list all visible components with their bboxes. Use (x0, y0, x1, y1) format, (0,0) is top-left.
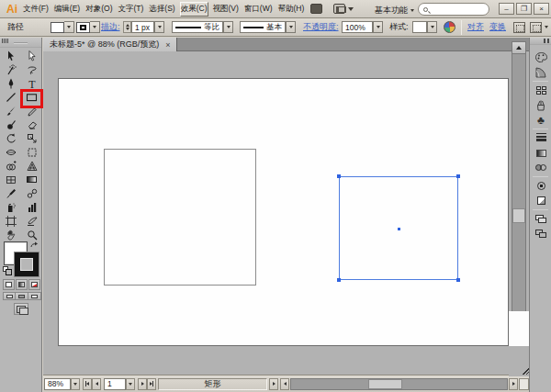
recolor-artwork-icon[interactable] (444, 21, 455, 33)
stroke-color-control[interactable] (76, 21, 100, 33)
workspace-switcher[interactable]: 基本功能 (375, 5, 414, 17)
gradient-panel-icon[interactable] (530, 146, 551, 160)
document-setup-control[interactable] (530, 21, 548, 33)
rotate-tool[interactable] (0, 131, 21, 145)
layers-panel-icon[interactable] (530, 212, 551, 226)
symbol-sprayer-tool[interactable] (0, 200, 21, 214)
vertical-scrollbar-thumb[interactable] (512, 208, 525, 223)
hand-tool[interactable] (0, 228, 21, 241)
column-graph-tool[interactable] (21, 200, 42, 214)
menu-help[interactable]: 帮助(H) (277, 2, 306, 17)
menu-view[interactable]: 视图(V) (212, 2, 240, 17)
selection-anchor[interactable] (456, 174, 460, 178)
symbols-panel-icon[interactable]: ♣ (530, 113, 551, 127)
scroll-up-button[interactable] (512, 42, 525, 54)
gradient-tool[interactable] (21, 173, 42, 186)
brushes-panel-icon[interactable] (530, 98, 551, 112)
eraser-tool[interactable] (21, 118, 42, 131)
canvas[interactable] (43, 51, 529, 375)
selection-center-point[interactable] (398, 228, 400, 230)
none-button[interactable] (28, 279, 40, 290)
width-profile-select[interactable]: 等比 (172, 21, 223, 33)
arrange-documents-button[interactable] (333, 4, 354, 14)
horizontal-scrollbar[interactable] (290, 378, 508, 390)
type-tool[interactable]: T (21, 76, 42, 90)
free-transform-tool[interactable] (21, 145, 42, 159)
swap-fill-stroke-icon[interactable] (29, 241, 39, 249)
draw-inside-button[interactable] (28, 292, 41, 300)
menu-select[interactable]: 选择(S) (148, 2, 175, 17)
selection-tool[interactable] (0, 49, 21, 62)
document-tab[interactable]: 未标题-5* @ 88% (RGB/预览) × (43, 38, 177, 51)
last-page-button[interactable] (147, 378, 156, 390)
menu-effect[interactable]: 效果(C) (180, 2, 208, 17)
opacity-value[interactable]: 100% (342, 21, 373, 33)
lasso-tool[interactable] (21, 62, 42, 76)
color-button[interactable] (3, 279, 15, 290)
menu-object[interactable]: 对象(O) (84, 2, 113, 17)
stroke-dropdown[interactable] (90, 21, 100, 33)
menu-window[interactable]: 窗口(W) (243, 2, 274, 17)
opacity-dropdown[interactable] (373, 21, 383, 33)
zoom-dropdown[interactable] (71, 378, 80, 390)
tab-close-icon[interactable]: × (165, 40, 170, 50)
isolate-button[interactable] (513, 21, 525, 33)
draw-normal-button[interactable] (3, 292, 16, 300)
page-dropdown[interactable] (126, 378, 135, 390)
scale-tool[interactable] (21, 131, 42, 145)
artboards-panel-icon[interactable] (530, 227, 551, 241)
minimize-button[interactable]: – (499, 3, 514, 15)
restore-button[interactable]: ❐ (516, 3, 532, 15)
width-profile-dropdown[interactable] (223, 21, 233, 33)
drawn-rectangle-unselected[interactable] (104, 149, 256, 286)
magic-wand-tool[interactable] (0, 62, 21, 76)
transform-panel-link[interactable]: 变换 (489, 21, 506, 33)
page-number-value[interactable]: 1 (104, 378, 126, 390)
horizontal-scrollbar-thumb[interactable] (368, 379, 402, 389)
appearance-panel-icon[interactable] (530, 179, 551, 193)
menu-file[interactable]: 文件(F) (22, 2, 50, 17)
status-menu-button[interactable] (269, 378, 278, 390)
selection-anchor[interactable] (456, 278, 460, 282)
eyedropper-tool[interactable] (0, 186, 21, 200)
tools-panel-header[interactable] (0, 38, 41, 48)
menu-type[interactable]: 文字(T) (117, 2, 144, 17)
swatches-panel-icon[interactable] (530, 84, 551, 97)
brush-definition-select[interactable]: 基本 (240, 21, 286, 33)
opacity-panel-link[interactable]: 不透明度: (303, 21, 339, 33)
align-panel-link[interactable]: 对齐 (467, 21, 484, 33)
stroke-weight-stepper[interactable] (123, 21, 131, 33)
zoom-tool[interactable] (21, 228, 42, 241)
brush-definition-dropdown[interactable] (286, 21, 296, 33)
stroke-weight-dropdown[interactable] (154, 21, 164, 33)
search-input[interactable] (418, 3, 489, 16)
resize-grip-icon[interactable] (523, 368, 529, 375)
stroke-panel-icon[interactable] (530, 131, 551, 145)
bridge-button[interactable] (310, 4, 322, 14)
scroll-left-button[interactable] (280, 378, 289, 390)
color-guide-panel-icon[interactable] (530, 65, 551, 79)
style-dropdown[interactable] (427, 21, 437, 33)
direct-selection-tool[interactable] (21, 49, 42, 62)
gradient-button[interactable] (16, 279, 28, 290)
close-button[interactable]: × (534, 3, 549, 15)
shape-builder-tool[interactable] (0, 159, 21, 173)
dock-header[interactable] (530, 38, 551, 45)
artboard-tool[interactable] (0, 214, 21, 228)
scroll-right-button[interactable] (509, 378, 518, 390)
stroke-weight-value[interactable]: 1 px (131, 21, 154, 33)
default-fill-stroke-icon[interactable] (3, 266, 8, 272)
zoom-level-value[interactable]: 88% (44, 378, 71, 390)
graphic-styles-panel-icon[interactable] (530, 194, 551, 207)
perspective-grid-tool[interactable] (21, 159, 42, 173)
line-segment-tool[interactable] (0, 90, 21, 104)
selection-anchor[interactable] (337, 278, 341, 282)
fill-dropdown[interactable] (64, 21, 74, 33)
style-swatch[interactable] (412, 21, 427, 33)
stroke-color-swatch[interactable] (15, 252, 39, 276)
transparency-panel-icon[interactable] (530, 161, 551, 174)
pen-tool[interactable] (0, 76, 21, 90)
screen-mode-button[interactable] (14, 303, 28, 315)
stroke-panel-link[interactable]: 描边: (101, 21, 120, 33)
paintbrush-tool[interactable] (0, 104, 21, 118)
